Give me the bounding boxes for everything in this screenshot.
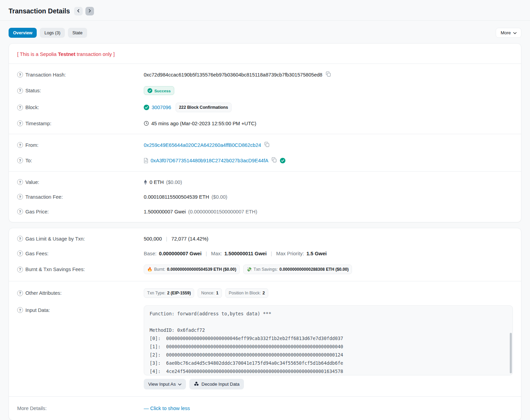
gas-fees-label: Gas Fees: bbox=[25, 251, 48, 256]
transaction-fee-amount: 0.000108115500504539 ETH bbox=[144, 194, 209, 200]
gas-price-eth: (0.000000001500000007 ETH) bbox=[188, 209, 257, 214]
help-icon[interactable]: ? bbox=[17, 250, 23, 256]
row-label: ? Gas Fees: bbox=[17, 250, 144, 256]
tab-logs[interactable]: Logs (3) bbox=[40, 28, 65, 38]
position-in-block-badge: Position In Block: 2 bbox=[225, 288, 268, 298]
help-icon[interactable]: ? bbox=[17, 236, 23, 242]
row-label: ? From: bbox=[17, 142, 144, 148]
more-dropdown-button[interactable]: More bbox=[496, 28, 521, 38]
input-data-label: Input Data: bbox=[25, 307, 50, 313]
help-icon[interactable]: ? bbox=[17, 142, 23, 148]
from-label: From: bbox=[25, 142, 38, 148]
next-txn-button[interactable] bbox=[85, 7, 94, 15]
copy-from-address-button[interactable] bbox=[263, 141, 270, 149]
previous-txn-button[interactable] bbox=[74, 7, 83, 15]
value-label: Value: bbox=[25, 179, 39, 185]
view-input-as-button[interactable]: View Input As bbox=[144, 379, 186, 389]
value-usd: ($0.00) bbox=[166, 179, 182, 185]
row-to: ? To: 0xA3f07D6773514480b918C2742b027b3a… bbox=[9, 153, 521, 168]
row-label: ? Gas Limit & Usage by Txn: bbox=[17, 236, 144, 242]
attributes-section: ? Other Attributes: Txn Type: 2 (EIP-155… bbox=[9, 281, 521, 396]
transaction-hash-label: Transaction Hash: bbox=[25, 72, 66, 78]
base-fee-label: Base: bbox=[144, 251, 156, 256]
warning-text-suffix: transaction only ] bbox=[75, 51, 115, 57]
max-fee-label: Max: bbox=[211, 251, 222, 256]
decode-input-data-label: Decode Input Data bbox=[201, 382, 239, 387]
from-address-link[interactable]: 0x259c49E65644a020C2A642260a4ffB0CD862cb… bbox=[144, 142, 261, 148]
copy-to-address-button[interactable] bbox=[271, 156, 278, 164]
transaction-hash-value: 0xc72d984ccac6190b5f135576eb97b03604bc81… bbox=[144, 72, 322, 78]
row-label: ? Transaction Hash: bbox=[17, 72, 144, 78]
row-label: ? Timestamp: bbox=[17, 120, 144, 126]
show-less-link[interactable]: — Click to show less bbox=[144, 406, 190, 411]
timestamp-value: 45 mins ago (Mar-02-2023 12:55:00 PM +UT… bbox=[151, 121, 256, 126]
scrollbar-thumb[interactable] bbox=[510, 333, 512, 373]
row-label: ? Gas Price: bbox=[17, 209, 144, 214]
help-icon[interactable]: ? bbox=[17, 209, 23, 214]
row-more-details: More Details: — Click to show less bbox=[9, 400, 521, 417]
gas-limit-value: 500,000 bbox=[144, 236, 162, 242]
row-transaction-hash: ? Transaction Hash: 0xc72d984ccac6190b5f… bbox=[9, 67, 521, 82]
input-data-line bbox=[150, 318, 507, 326]
position-in-block-value: 2 bbox=[262, 291, 265, 295]
gas-section: ? Gas Limit & Usage by Txn: 500,000 | 72… bbox=[9, 228, 521, 281]
tab-state[interactable]: State bbox=[68, 28, 87, 38]
help-icon[interactable]: ? bbox=[17, 179, 23, 185]
row-gas-price: ? Gas Price: 1.500000007 Gwei (0.0000000… bbox=[9, 204, 521, 219]
tabs: Overview Logs (3) State bbox=[9, 28, 496, 38]
help-icon[interactable]: ? bbox=[17, 267, 23, 272]
help-icon[interactable]: ? bbox=[17, 290, 23, 296]
txn-savings-badge: 💸 Txn Savings: 0.000000000000288308 ETH … bbox=[243, 265, 352, 274]
chevron-right-icon bbox=[88, 9, 92, 14]
tabs-row: Overview Logs (3) State More bbox=[0, 21, 530, 38]
more-label: More bbox=[500, 30, 511, 35]
input-data-line: [0]: 00000000000000000000000046eff99cab3… bbox=[150, 335, 507, 343]
separator: | bbox=[164, 236, 169, 242]
row-transaction-fee: ? Transaction Fee: 0.000108115500504539 … bbox=[9, 189, 521, 204]
input-data-line: [4]: 4ce24f54000000000000000000000000000… bbox=[150, 368, 507, 375]
row-status: ? Status: Success bbox=[9, 82, 521, 99]
gas-price-amount: 1.500000007 Gwei bbox=[144, 209, 186, 214]
row-gas-fees: ? Gas Fees: Base: 0.000000007 Gwei | Max… bbox=[9, 246, 521, 261]
row-label: ? Block: bbox=[17, 105, 144, 110]
txn-summary-section: ? Transaction Hash: 0xc72d984ccac6190b5f… bbox=[9, 64, 521, 134]
to-address-link[interactable]: 0xA3f07D6773514480b918C2742b027b3acD9E44… bbox=[151, 158, 268, 163]
row-label: ? To: bbox=[17, 158, 144, 163]
overview-card: [ This is a Sepolia Testnet transaction … bbox=[9, 43, 521, 222]
input-data-line: [3]: 6ae0bc76cad4d5c94802dddc370041e175f… bbox=[150, 359, 507, 368]
help-icon[interactable]: ? bbox=[17, 158, 23, 163]
help-icon[interactable]: ? bbox=[17, 120, 23, 126]
input-data-line: MethodID: 0x6fadcf72 bbox=[150, 326, 507, 335]
timestamp-label: Timestamp: bbox=[25, 121, 51, 126]
help-icon[interactable]: ? bbox=[17, 194, 23, 200]
txn-type-value: 2 (EIP-1559) bbox=[167, 291, 191, 295]
burnt-fee-value: 0.000000000000504539 ETH ($0.00) bbox=[167, 267, 236, 272]
row-input-data: ? Input Data: Function: forward(address … bbox=[9, 302, 521, 393]
help-icon[interactable]: ? bbox=[17, 105, 23, 110]
verified-check-icon bbox=[280, 158, 285, 163]
transaction-fee-label: Transaction Fee: bbox=[25, 194, 63, 200]
row-timestamp: ? Timestamp: 45 mins ago (Mar-02-2023 12… bbox=[9, 116, 521, 131]
position-in-block-label: Position In Block: bbox=[229, 291, 261, 295]
transaction-fee-usd: ($0.00) bbox=[211, 194, 227, 200]
check-circle-icon bbox=[148, 88, 152, 93]
testnet-warning: [ This is a Sepolia Testnet transaction … bbox=[9, 44, 521, 64]
row-label: ? Value: bbox=[17, 179, 144, 185]
block-number-link[interactable]: 3007096 bbox=[152, 105, 171, 110]
decode-icon bbox=[194, 381, 199, 387]
help-icon[interactable]: ? bbox=[17, 88, 23, 94]
block-label: Block: bbox=[25, 105, 39, 110]
check-circle-icon bbox=[144, 105, 149, 110]
help-icon[interactable]: ? bbox=[17, 307, 23, 313]
max-priority-fee-label: Max Priority: bbox=[276, 251, 304, 256]
max-priority-fee-value: 1.5 Gwei bbox=[306, 251, 327, 256]
help-icon[interactable]: ? bbox=[17, 72, 23, 78]
warning-text: [ This is a Sepolia bbox=[17, 51, 58, 57]
tab-overview[interactable]: Overview bbox=[9, 28, 37, 38]
copy-txn-hash-button[interactable] bbox=[325, 71, 332, 79]
status-badge: Success bbox=[144, 86, 174, 95]
other-attributes-label: Other Attributes: bbox=[25, 290, 61, 296]
nonce-badge: Nonce: 1 bbox=[198, 288, 222, 298]
decode-input-data-button[interactable]: Decode Input Data bbox=[189, 379, 244, 389]
input-data-box[interactable]: Function: forward(address to,bytes data)… bbox=[144, 305, 513, 375]
